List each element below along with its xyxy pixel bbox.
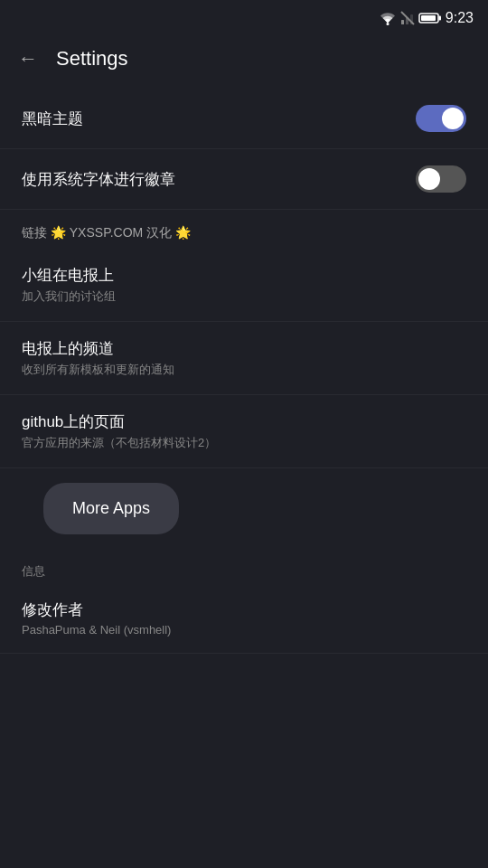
system-font-item: 使用系统字体进行徽章: [0, 149, 488, 210]
info-section-header: 信息: [0, 549, 488, 583]
telegram-group-item[interactable]: 小组在电报上 加入我们的讨论组: [0, 249, 488, 322]
telegram-group-subtitle: 加入我们的讨论组: [22, 288, 466, 305]
telegram-channel-title: 电报上的频道: [22, 338, 466, 359]
github-page-item[interactable]: github上的页面 官方应用的来源（不包括材料设计2）: [0, 395, 488, 468]
modified-by-item: 修改作者 PashaPuma & Neil (vsmhell): [0, 583, 488, 654]
wifi-icon: [379, 12, 397, 25]
back-button[interactable]: ←: [14, 43, 42, 74]
svg-point-0: [386, 23, 389, 25]
system-font-toggle[interactable]: [416, 165, 466, 193]
github-page-subtitle: 官方应用的来源（不包括材料设计2）: [22, 435, 466, 451]
system-font-knob: [418, 168, 440, 190]
status-bar: 9:23: [0, 0, 488, 36]
link-section: 链接 🌟 YXSSP.COM 汉化 🌟: [0, 210, 488, 249]
telegram-channel-item[interactable]: 电报上的频道 收到所有新模板和更新的通知: [0, 322, 488, 395]
dark-theme-item: 黑暗主题: [0, 89, 488, 149]
more-apps-container: More Apps: [0, 468, 488, 549]
modified-by-subtitle: PashaPuma & Neil (vsmhell): [22, 623, 466, 637]
modified-by-title: 修改作者: [22, 599, 466, 620]
svg-rect-7: [421, 15, 436, 21]
signal-icon: [400, 11, 415, 25]
svg-rect-1: [401, 20, 404, 24]
more-apps-button[interactable]: More Apps: [43, 483, 179, 534]
dark-theme-title: 黑暗主题: [22, 108, 416, 129]
system-font-title: 使用系统字体进行徽章: [22, 169, 416, 190]
telegram-channel-subtitle: 收到所有新模板和更新的通知: [22, 362, 466, 378]
header: ← Settings: [0, 36, 488, 89]
dark-theme-knob: [442, 108, 464, 129]
settings-list: 黑暗主题 使用系统字体进行徽章 链接 🌟 YXSSP.COM 汉化 🌟 小组在电…: [0, 89, 488, 654]
svg-rect-6: [438, 16, 441, 21]
link-text: 链接 🌟 YXSSP.COM 汉化 🌟: [22, 225, 191, 240]
page-title: Settings: [56, 47, 128, 71]
status-icons: 9:23: [379, 10, 474, 26]
telegram-group-title: 小组在电报上: [22, 265, 466, 286]
dark-theme-toggle[interactable]: [416, 105, 466, 132]
status-time: 9:23: [446, 10, 474, 26]
battery-icon: [418, 12, 442, 24]
github-page-title: github上的页面: [22, 411, 466, 432]
